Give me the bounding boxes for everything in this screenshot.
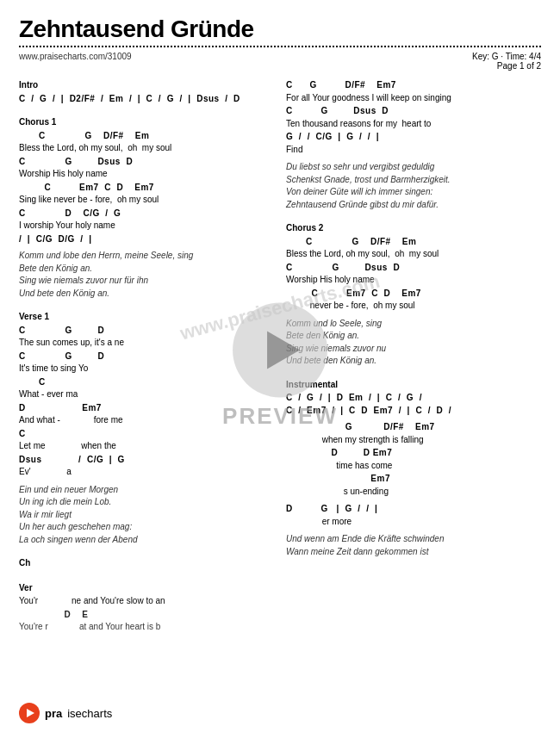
verse1-lyric5: Let me when the	[19, 440, 274, 453]
chorus1-german1: Komm und lobe den Herrn, meine Seele, si…	[19, 250, 274, 263]
chorus1-lyric4: I worship Your holy name	[19, 220, 274, 233]
verse3-lyric2: time has come	[286, 460, 541, 473]
page-title: Zehntausend Gründe	[19, 16, 541, 43]
right-chord1: C G D/F# Em7	[286, 79, 541, 92]
chorus2-lyric2: Worship His holy name	[286, 274, 541, 287]
right-german2: Schenkst Gnade, trost und Barmherzigkeit…	[286, 174, 541, 187]
chorus1-lyric2: Worship His holy name	[19, 168, 274, 181]
instrumental-label: Instrumental	[286, 379, 541, 392]
verse1-german4: Un her auch geschehen mag:	[19, 521, 274, 534]
chorus2-german1: Komm und lo Seele, sing	[286, 318, 541, 331]
chorus2-lyric3: never be - fore, oh my soul	[286, 300, 541, 313]
chorus2-label: Chorus 2	[286, 222, 541, 235]
title-divider	[19, 46, 541, 47]
chorus-truncated-label: Ch	[19, 557, 274, 570]
chorus1-chord5: / | C/G D/G / |	[19, 233, 274, 246]
chorus2-german3: Sing wie niemals zuvor nu	[286, 343, 541, 356]
verse1-label: Verse 1	[19, 311, 274, 324]
you-line2: You're r at and Your heart is b	[19, 621, 274, 634]
verse3-lyric3: s un-ending	[286, 486, 541, 499]
you-chord: D E	[19, 609, 274, 622]
left-column: Intro C / G / | D2/F# / Em / | C / G / |…	[19, 79, 274, 635]
instrumental-chord2: C / Em7 / | C D Em7 / | C / D /	[286, 405, 541, 418]
chorus1-lyric3: Sing like never be - fore, oh my soul	[19, 194, 274, 207]
you-line1: You'r ne and You're slow to an	[19, 595, 274, 608]
verse3-chord2: D D Em7	[286, 447, 541, 460]
verse1-chord6: Dsus / C/G | G	[19, 454, 274, 467]
outro-german1: Und wenn am Ende die Kräfte schwinden	[286, 533, 541, 546]
website-url: www.praisecharts.com/31009	[19, 52, 132, 61]
outro-lyric: er more	[286, 516, 541, 529]
chorus1-lyric1: Bless the Lord, oh my soul, oh my soul	[19, 142, 274, 155]
chorus1-chord1: C G D/F# Em	[19, 130, 274, 143]
right-chord3: G / / C/G | G / / |	[286, 131, 541, 144]
verse1-lyric2: It's time to sing Yo	[19, 363, 274, 375]
chorus1-chord3: C Em7 C D Em7	[19, 182, 274, 195]
chorus1-german2: Bete den König an.	[19, 263, 274, 276]
verse3-lyric1: when my strength is falling	[286, 434, 541, 447]
right-german3: Von deiner Güte will ich immer singen:	[286, 186, 541, 199]
instrumental-chord1: C / G / | D Em / | C / G /	[286, 392, 541, 405]
chorus1-chord4: C D C/G / G	[19, 208, 274, 220]
chorus2-lyric1: Bless the Lord, oh my soul, oh my soul	[286, 248, 541, 261]
chorus1-chord2: C G Dsus D	[19, 156, 274, 169]
verse1-german1: Ein und ein neuer Morgen	[19, 484, 274, 497]
verse1-german3: Wa ir mir liegt	[19, 509, 274, 522]
verse1-german2: Un ing ich die mein Lob.	[19, 496, 274, 509]
key-time-text: Key: G · Time: 4/4	[472, 52, 541, 61]
intro-label: Intro	[19, 79, 274, 92]
content-area: Intro C / G / | D2/F# / Em / | C / G / |…	[19, 79, 541, 635]
verse3-chord1: G D/F# Em7	[286, 421, 541, 434]
chorus1-german4: Und bete den König an.	[19, 288, 274, 301]
footer: praisecharts	[19, 703, 541, 723]
right-lyric1: For all Your goodness I will keep on sin…	[286, 92, 541, 105]
chorus1-label: Chorus 1	[19, 116, 274, 129]
verse1-german5: La och singen wenn der Abend	[19, 534, 274, 547]
verse1-chord1: C G D	[19, 325, 274, 338]
right-lyric2: Ten thousand reasons for my heart to	[286, 118, 541, 131]
footer-logo[interactable]	[19, 703, 40, 723]
right-chord2: C G Dsus D	[286, 105, 541, 118]
footer-play-icon	[27, 709, 34, 717]
verse1-lyric3: What - ever ma	[19, 388, 274, 401]
verse1-chord5: C	[19, 428, 274, 441]
verse3-chord3: Em7	[286, 473, 541, 486]
outro-german2: Wann meine Zeit dann gekommen ist	[286, 546, 541, 559]
page-container: Zehntausend Gründe www.praisecharts.com/…	[0, 0, 560, 732]
right-german4: Zehntausend Gründe gibst du mir dafür.	[286, 199, 541, 212]
chorus2-chord3: C Em7 C D Em7	[286, 288, 541, 301]
verse1-lyric1: The sun comes up, it's a ne	[19, 337, 274, 350]
outro-chord: D G | G / / |	[286, 503, 541, 516]
verse-truncated-label: Ver	[19, 582, 274, 595]
verse1-chord4: D Em7	[19, 402, 274, 415]
intro-chord: C / G / | D2/F# / Em / | C / G / | Dsus …	[19, 93, 274, 106]
chorus2-chord1: C G D/F# Em	[286, 236, 541, 249]
chorus2-german2: Bete den König an.	[286, 330, 541, 343]
meta-row: www.praisecharts.com/31009 Key: G · Time…	[19, 52, 541, 71]
right-german1: Du liebst so sehr und vergibst geduldig	[286, 161, 541, 174]
chorus2-german4: Und bete den König an.	[286, 355, 541, 368]
footer-brand-normal: isecharts	[67, 707, 112, 720]
chorus2-chord2: C G Dsus D	[286, 262, 541, 275]
right-lyric3: Find	[286, 144, 541, 157]
footer-brand-bold: pra	[45, 707, 62, 720]
right-column: C G D/F# Em7 For all Your goodness I wil…	[286, 79, 541, 635]
verse1-chord3: C	[19, 376, 274, 389]
chorus1-german3: Sing wie niemals zuvor nur für ihn	[19, 275, 274, 288]
verse1-lyric4: And what - fore me	[19, 414, 274, 427]
verse1-lyric6: Ev' a	[19, 466, 274, 479]
key-time-info: Key: G · Time: 4/4 Page 1 of 2	[472, 52, 541, 71]
page-info: Page 1 of 2	[472, 61, 541, 71]
verse1-chord2: C G D	[19, 350, 274, 363]
